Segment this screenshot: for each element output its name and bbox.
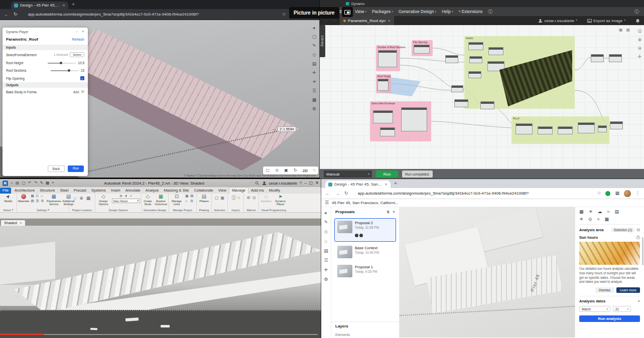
month-select[interactable]: March ▾ <box>579 306 610 312</box>
zoom-out-icon[interactable]: ⊖ <box>637 46 641 51</box>
select-button[interactable]: Select <box>70 52 84 57</box>
url-field[interactable]: app.autodeskforma.com/designmode/pro_5ma… <box>358 191 559 196</box>
player-run-button[interactable]: Run <box>68 165 84 172</box>
back-icon[interactable]: ← <box>4 12 9 17</box>
video-progress-track[interactable] <box>44 334 318 335</box>
global-params-icon[interactable]: ☰ <box>36 199 40 204</box>
proposal-card[interactable]: Base Context Today, 10:06 PM <box>334 243 396 261</box>
refresh-icon[interactable]: ↻ <box>14 12 18 17</box>
selection-chip[interactable]: Selection (1) <box>611 228 635 232</box>
macro-manager-icon[interactable]: ⚙ <box>247 196 250 200</box>
caret-icon[interactable]: ▾ <box>52 181 54 185</box>
run-analysis-button[interactable]: Run analysis <box>579 315 640 322</box>
add-proposal-icon[interactable]: + <box>393 210 395 214</box>
accept-option-icon[interactable]: ✓ <box>130 194 133 198</box>
apps-tool-icon[interactable]: ▦ <box>312 98 317 102</box>
node[interactable] <box>451 85 463 92</box>
new-tab-button[interactable]: + <box>72 2 75 7</box>
group-select-max-envelope[interactable]: Select Max Envelope <box>370 101 431 141</box>
node[interactable] <box>488 47 503 55</box>
measure-icon[interactable]: ✎ <box>40 181 43 185</box>
materials-button[interactable]: Materials <box>18 194 29 203</box>
sun-tool-icon[interactable]: ☀ <box>312 80 316 84</box>
tab-add-ins[interactable]: Add-Ins <box>248 188 267 194</box>
layers-section-header[interactable]: Layers <box>331 321 399 330</box>
table-icon[interactable]: ▦ <box>605 217 609 222</box>
fit-view-icon[interactable]: ⊡ <box>637 29 641 34</box>
extensions-icon[interactable]: ▦ <box>615 191 619 196</box>
tab-analyze[interactable]: Analyze <box>143 188 162 194</box>
export-image-menu[interactable]: Export as Image ▾ <box>587 19 625 23</box>
select-tool-icon[interactable]: ➤ <box>312 26 317 31</box>
run-button[interactable]: Run <box>376 171 398 178</box>
pip-toggle-button[interactable] <box>342 7 353 17</box>
tab-massing-site[interactable]: Massing & Site <box>161 188 191 194</box>
node[interactable] <box>414 45 430 54</box>
about-icon[interactable]: ⓘ <box>634 10 639 14</box>
building-tool-icon[interactable]: ⌂ <box>325 239 327 244</box>
snaps-icon[interactable]: ⊡ <box>36 194 40 199</box>
menu-generative-design[interactable]: Generative Design▾ <box>399 9 436 14</box>
profile-avatar[interactable] <box>624 190 631 197</box>
new-tab-button[interactable]: + <box>394 181 397 186</box>
save-icon[interactable]: ▤ <box>16 181 20 185</box>
massing-icon[interactable]: ▦ <box>579 210 584 214</box>
daylight-icon[interactable]: ⊙ <box>588 217 592 222</box>
minimize-icon[interactable]: – <box>76 30 78 34</box>
manage-links-button[interactable]: ⊡ Manage Links <box>170 194 184 206</box>
active-design-option-dropdown[interactable]: Main Model ▾ <box>112 199 140 203</box>
node[interactable] <box>401 107 427 131</box>
graph-view-icon[interactable]: ▦ <box>626 28 630 32</box>
panel-label-settings[interactable]: Settings▾ <box>18 208 68 212</box>
terrain-tool-icon[interactable]: ▤ <box>312 62 317 66</box>
tab-precast[interactable]: Precast <box>71 188 89 194</box>
menu-view[interactable]: View▾ <box>355 9 366 14</box>
tab-modify[interactable]: Modify <box>267 188 283 194</box>
run-mode-select[interactable]: Manual ▾ <box>324 171 372 178</box>
menu-extensions[interactable]: ϟExtensions <box>458 9 482 14</box>
draw-tool-icon[interactable]: ✎ <box>324 220 328 225</box>
frame-view-icon[interactable]: ▢ <box>266 168 270 173</box>
dynamo-canvas[interactable]: Number of Roof Sections Flip Opening Roo… <box>320 25 644 169</box>
tab-view[interactable]: View <box>216 188 229 194</box>
project-info-icon[interactable]: ⌂ <box>41 194 45 199</box>
load-selection-icon[interactable]: ▦ <box>221 196 225 200</box>
hamburger-menu-icon[interactable]: ☰ <box>325 201 329 205</box>
node[interactable] <box>469 56 482 63</box>
project-title[interactable]: 45 Pier 45, San Francisco, Californi... <box>332 201 399 205</box>
tab-systems[interactable]: Systems <box>89 188 108 194</box>
starting-view-icon[interactable]: ⌂ <box>185 199 190 204</box>
maximize-icon[interactable]: ▢ <box>309 181 313 185</box>
units-icon[interactable]: ⚙ <box>190 199 195 204</box>
output-eye-icon[interactable]: ⊙ <box>81 90 84 94</box>
manage-images-icon[interactable]: ▣ <box>185 194 190 199</box>
help-icon[interactable]: ? <box>300 181 302 185</box>
print-icon[interactable]: ▢ <box>22 181 26 185</box>
save-selection-icon[interactable]: ▢ <box>215 196 219 200</box>
sun-hours-icon[interactable]: ☀ <box>579 217 583 222</box>
node[interactable] <box>480 101 494 109</box>
lightning-icon[interactable]: ϟ <box>313 168 315 173</box>
open-icon[interactable]: ⌂ <box>11 181 13 185</box>
warnings-icon[interactable]: ϟ <box>237 196 239 200</box>
back-button[interactable]: Back <box>48 165 65 172</box>
user-menu[interactable]: cesar.r.escalante ▾ <box>538 19 577 23</box>
orbit-icon[interactable]: ↻ <box>294 168 297 173</box>
frame-tool-icon[interactable]: ▢ <box>312 35 317 39</box>
geometry-view-icon[interactable]: ▣ <box>619 28 623 32</box>
wind-icon[interactable]: ≈ <box>597 217 600 222</box>
dismiss-button[interactable]: Dismiss <box>595 287 614 293</box>
measure-tool-icon[interactable]: ✛ <box>312 71 316 75</box>
design-options-button[interactable]: ◇ Design Options <box>96 194 110 206</box>
macro-security-icon[interactable]: ⊡ <box>252 196 256 200</box>
roof-sections-slider[interactable] <box>51 70 79 71</box>
refresh-icon[interactable]: ↻ <box>344 191 348 196</box>
bookmark-star-icon[interactable]: ☆ <box>282 12 286 17</box>
view-tab-close-icon[interactable]: ✕ <box>20 222 22 225</box>
node[interactable] <box>380 127 395 136</box>
grid-icon[interactable]: ▦ <box>46 181 50 185</box>
notifications-bell-icon[interactable] <box>635 19 640 23</box>
browser-menu-icon[interactable]: ⋮ <box>635 191 640 196</box>
layers-tool-icon[interactable]: ☰ <box>324 258 328 263</box>
water-icon[interactable]: ≈ <box>607 210 610 214</box>
